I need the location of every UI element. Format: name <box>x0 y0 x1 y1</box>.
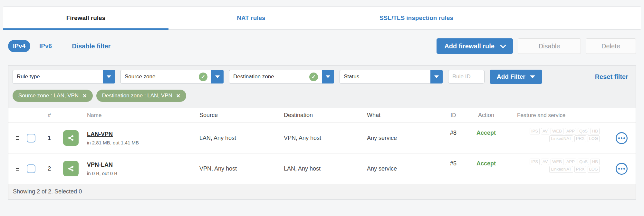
rule-position: 1 <box>40 134 59 142</box>
badge-prx: PRX <box>574 166 586 172</box>
check-circle-icon: ✓ <box>199 73 207 81</box>
rule-destination: LAN, Any host <box>274 165 357 172</box>
badge-prx: PRX <box>574 135 586 142</box>
dropdown-arrow-button[interactable] <box>322 70 334 83</box>
caret-down-icon <box>107 75 111 78</box>
ipv4-toggle[interactable]: IPv4 <box>8 40 30 52</box>
rule-type-share-icon[interactable] <box>63 130 79 146</box>
rule-traffic-stats: in 0 B, out 0 B <box>87 171 190 176</box>
feature-badges: IPS AV WEB APP QoS HB LinkedNAT PRX LOG <box>504 153 607 174</box>
row-menu-ellipsis-icon[interactable] <box>616 132 628 144</box>
destination-zone-filter-dropdown[interactable]: Destination zone ✓ <box>229 70 334 83</box>
tab-ssl-tls-inspection-rules[interactable]: SSL/TLS inspection rules <box>334 7 499 29</box>
badge-log: LOG <box>588 135 600 142</box>
table-row: 2 VPN-LAN in 0 B, out 0 B VPN, Any host … <box>8 153 636 184</box>
remove-filter-icon[interactable]: ✕ <box>176 93 180 99</box>
disable-button[interactable]: Disable <box>518 38 581 54</box>
caret-down-icon <box>530 75 535 78</box>
caret-down-icon <box>215 75 220 78</box>
badge-web: WEB <box>551 159 563 165</box>
rule-action: Accept <box>468 123 504 136</box>
header-action: Action <box>468 112 504 119</box>
row-count-status: Showing 2 of 2. Selected 0 <box>13 188 82 195</box>
add-filter-label: Add Filter <box>497 73 525 80</box>
rule-traffic-stats: in 2.81 MB, out 1.41 MB <box>87 140 190 145</box>
filter-chip-row: Source zone : LAN, VPN ✕ Destination zon… <box>8 87 636 108</box>
badge-av: AV <box>541 128 549 134</box>
disable-filter-link[interactable]: Disable filter <box>72 43 111 50</box>
tab-firewall-rules[interactable]: Firewall rules <box>3 7 168 29</box>
ipv6-toggle[interactable]: IPv6 <box>39 43 52 50</box>
row-menu-ellipsis-icon[interactable] <box>616 163 628 175</box>
badge-av: AV <box>541 159 549 165</box>
add-firewall-rule-button[interactable]: Add firewall rule <box>437 38 513 54</box>
tab-nat-rules[interactable]: NAT rules <box>168 7 334 29</box>
badge-log: LOG <box>588 166 600 172</box>
remove-filter-icon[interactable]: ✕ <box>82 93 87 99</box>
header-number: # <box>40 112 59 119</box>
header-feature-service: Feature and service <box>504 112 607 119</box>
dropdown-arrow-button[interactable] <box>103 70 115 83</box>
destination-zone-filter-value: Destination zone ✓ <box>229 70 322 83</box>
rule-what: Any service <box>357 165 438 172</box>
add-firewall-rule-label: Add firewall rule <box>444 43 495 50</box>
rule-name-link[interactable]: LAN-VPN <box>87 131 113 138</box>
badge-ips: IPS <box>530 159 540 165</box>
chip-label: Destination zone : LAN, VPN <box>102 93 172 99</box>
header-id: ID <box>438 112 468 119</box>
table-header-row: # Name Source Destination What ID Action… <box>8 108 636 123</box>
dropdown-arrow-button[interactable] <box>211 70 224 83</box>
header-source: Source <box>190 112 274 119</box>
toolbar: IPv4 IPv6 Disable filter Add firewall ru… <box>8 38 636 54</box>
badge-ips: IPS <box>530 128 540 134</box>
delete-button[interactable]: Delete <box>586 38 636 54</box>
toolbar-actions: Add firewall rule Disable Delete <box>437 38 636 54</box>
source-zone-filter-dropdown[interactable]: Source zone ✓ <box>120 70 224 83</box>
badge-hb: HB <box>591 159 600 165</box>
filter-bar: Rule type Source zone ✓ Destination zone… <box>8 66 636 87</box>
rule-action: Accept <box>468 153 504 167</box>
header-name: Name <box>83 112 190 119</box>
rule-what: Any service <box>357 135 438 142</box>
share-icon <box>67 134 75 142</box>
status-filter-value: Status <box>340 70 430 83</box>
badge-app: APP <box>565 128 576 134</box>
rule-source: LAN, Any host <box>190 135 274 142</box>
badge-qos: QoS <box>578 159 589 165</box>
badge-web: WEB <box>551 128 563 134</box>
rule-name-link[interactable]: VPN-LAN <box>87 162 113 168</box>
caret-down-icon <box>326 75 330 78</box>
rule-type-filter-dropdown[interactable]: Rule type <box>13 70 115 83</box>
add-filter-button[interactable]: Add Filter <box>490 70 542 84</box>
header-what: What <box>357 112 438 119</box>
rule-type-share-icon[interactable] <box>63 161 79 176</box>
badge-linkednat: LinkedNAT <box>549 166 573 172</box>
caret-down-icon <box>434 75 439 78</box>
source-zone-filter-chip: Source zone : LAN, VPN ✕ <box>13 90 93 102</box>
header-destination: Destination <box>274 112 357 119</box>
dropdown-arrow-button[interactable] <box>430 70 443 83</box>
rule-type-filter-value: Rule type <box>13 70 103 83</box>
rules-tab-bar: Firewall rules NAT rules SSL/TLS inspect… <box>3 6 641 30</box>
rule-position: 2 <box>40 165 59 172</box>
firewall-rules-panel: Rule type Source zone ✓ Destination zone… <box>8 65 636 200</box>
rule-id-input[interactable] <box>448 70 485 83</box>
table-row: 1 LAN-VPN in 2.81 MB, out 1.41 MB LAN, A… <box>8 123 636 153</box>
rule-id: #8 <box>438 123 468 136</box>
chip-label: Source zone : LAN, VPN <box>18 93 79 99</box>
rule-source: VPN, Any host <box>190 165 274 172</box>
row-checkbox[interactable] <box>27 134 35 142</box>
badge-linkednat: LinkedNAT <box>549 135 573 142</box>
badge-hb: HB <box>591 128 600 134</box>
rule-id: #5 <box>438 153 468 167</box>
status-filter-dropdown[interactable]: Status <box>340 70 443 83</box>
chevron-down-icon <box>500 42 506 48</box>
check-circle-icon: ✓ <box>309 73 318 81</box>
row-checkbox[interactable] <box>27 164 35 173</box>
drag-handle[interactable] <box>16 167 19 171</box>
feature-badges: IPS AV WEB APP QoS HB LinkedNAT PRX LOG <box>504 123 607 143</box>
drag-handle[interactable] <box>16 136 19 140</box>
source-zone-filter-value: Source zone ✓ <box>120 70 211 83</box>
reset-filter-link[interactable]: Reset filter <box>595 73 628 81</box>
rule-destination: VPN, Any host <box>274 135 357 142</box>
